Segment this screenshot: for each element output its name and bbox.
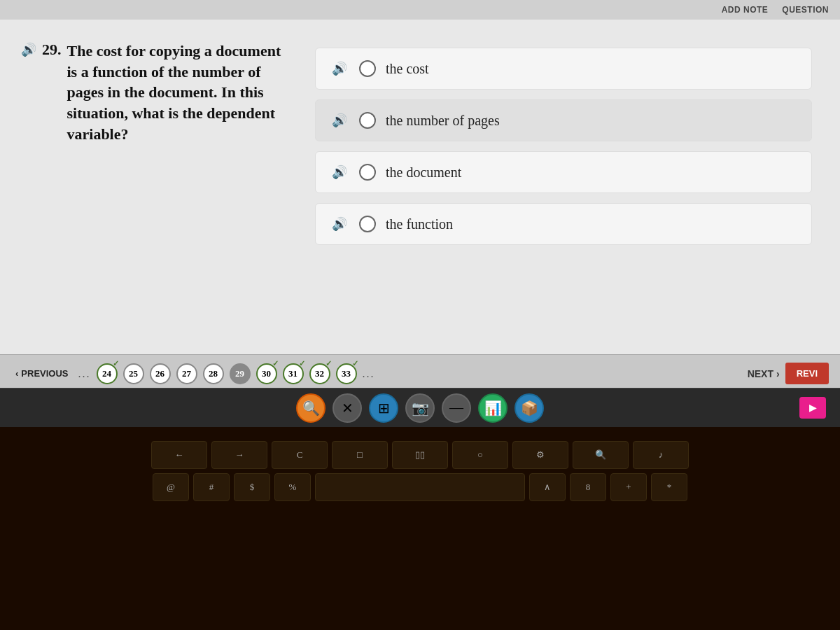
answer-speaker-b[interactable]: 🔊: [330, 113, 349, 128]
chevron-left-icon: ‹: [15, 368, 18, 379]
laptop-screen: ADD NOTE QUESTION 🔊 29. The cost for cop…: [0, 0, 840, 392]
taskbar-icon-camera[interactable]: 📷: [405, 393, 435, 423]
nav-num-31[interactable]: 31: [283, 363, 304, 384]
keyboard-row-1: ← → C □ ▯▯ ○ ⚙ 🔍 ♪: [151, 441, 689, 469]
top-bar: ADD NOTE QUESTION: [0, 0, 840, 20]
key-back[interactable]: ←: [151, 441, 207, 469]
key-at[interactable]: @: [153, 473, 189, 501]
next-button[interactable]: NEXT ›: [748, 368, 780, 379]
answer-row-a[interactable]: 🔊 the cost: [315, 48, 812, 90]
key-window[interactable]: □: [332, 441, 388, 469]
key-plus[interactable]: +: [610, 473, 647, 501]
nav-dots-left: ...: [78, 368, 91, 380]
answer-radio-c[interactable]: [359, 164, 376, 181]
nav-dots-right: ...: [363, 368, 375, 380]
taskbar-icon-search[interactable]: 🔍: [296, 393, 326, 423]
taskbar-right: ▶: [799, 397, 826, 419]
taskbar-icon-package[interactable]: 📦: [514, 393, 544, 423]
pink-action-button[interactable]: ▶: [799, 397, 826, 419]
keyboard-area: ← → C □ ▯▯ ○ ⚙ 🔍 ♪ @ # $ % ∧ 8 + *: [0, 427, 840, 630]
keyboard-row-2: @ # $ % ∧ 8 + *: [153, 473, 687, 501]
answer-speaker-a[interactable]: 🔊: [330, 61, 349, 76]
key-search[interactable]: 🔍: [573, 441, 629, 469]
answer-row-b[interactable]: 🔊 the number of pages: [315, 99, 812, 141]
taskbar-icon-grid[interactable]: ⊞: [369, 393, 398, 423]
key-hash[interactable]: #: [193, 473, 230, 501]
answer-label-c: the document: [386, 164, 461, 181]
key-dollar[interactable]: $: [234, 473, 270, 501]
taskbar-icon-minus[interactable]: —: [442, 393, 471, 423]
key-refresh[interactable]: C: [272, 441, 328, 469]
answer-radio-a[interactable]: [359, 60, 376, 77]
add-note-button[interactable]: ADD NOTE: [722, 5, 769, 15]
content-area: 🔊 29. The cost for copying a document is…: [0, 20, 840, 354]
question-text: The cost for copying a document is a fun…: [67, 41, 288, 144]
question-section: 🔊 29. The cost for copying a document is…: [21, 41, 287, 347]
nav-num-33[interactable]: 33: [336, 363, 357, 384]
question-number: 🔊 29. The cost for copying a document is…: [21, 41, 287, 144]
speaker-icon[interactable]: 🔊: [21, 42, 36, 57]
key-music[interactable]: ♪: [633, 441, 689, 469]
nav-num-29[interactable]: 29: [230, 363, 251, 384]
answer-row-d[interactable]: 🔊 the function: [315, 203, 812, 245]
answer-speaker-d[interactable]: 🔊: [330, 216, 349, 232]
nav-num-24[interactable]: 24: [97, 363, 118, 384]
answer-label-b: the number of pages: [386, 113, 500, 129]
answer-radio-b[interactable]: [359, 112, 376, 129]
answer-label-d: the function: [386, 216, 453, 232]
key-caret[interactable]: ∧: [529, 473, 566, 501]
key-split[interactable]: ▯▯: [392, 441, 448, 469]
chevron-right-icon: ›: [776, 368, 780, 379]
answers-section: 🔊 the cost 🔊 the number of pages 🔊 the d…: [315, 41, 812, 347]
key-settings[interactable]: ⚙: [512, 441, 568, 469]
key-forward[interactable]: →: [211, 441, 267, 469]
answer-speaker-c[interactable]: 🔊: [330, 164, 349, 180]
nav-num-28[interactable]: 28: [203, 363, 224, 384]
taskbar-icon-close[interactable]: ✕: [332, 393, 362, 423]
nav-num-30[interactable]: 30: [256, 363, 277, 384]
nav-num-26[interactable]: 26: [150, 363, 171, 384]
previous-button[interactable]: ‹ PREVIOUS: [11, 365, 73, 382]
taskbar: 🔍 ✕ ⊞ 📷 — 📊 📦 ▶: [0, 388, 840, 427]
nav-bar: ‹ PREVIOUS ... 24 25 26 27 28 29 30 31 3…: [0, 354, 840, 392]
question-button[interactable]: QUESTION: [782, 5, 829, 15]
answer-label-a: the cost: [386, 61, 429, 77]
key-asterisk[interactable]: *: [651, 473, 687, 501]
key-circle[interactable]: ○: [452, 441, 508, 469]
key-space[interactable]: [315, 473, 525, 501]
taskbar-icon-chart[interactable]: 📊: [478, 393, 507, 423]
key-percent[interactable]: %: [274, 473, 311, 501]
nav-num-27[interactable]: 27: [176, 363, 197, 384]
review-button[interactable]: REVI: [785, 363, 829, 384]
nav-num-32[interactable]: 32: [309, 363, 330, 384]
answer-radio-d[interactable]: [359, 216, 376, 232]
key-8[interactable]: 8: [570, 473, 606, 501]
nav-num-25[interactable]: 25: [123, 363, 144, 384]
answer-row-c[interactable]: 🔊 the document: [315, 151, 812, 193]
